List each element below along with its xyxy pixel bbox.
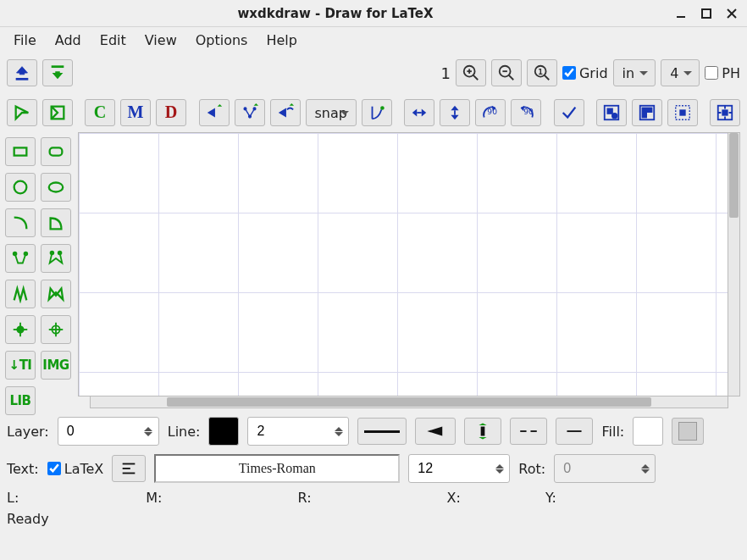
vertical-scrollbar[interactable] — [728, 132, 740, 396]
font-size-input[interactable] — [418, 461, 495, 476]
grid-unit-select[interactable]: in — [613, 59, 656, 86]
polyline-tool[interactable] — [5, 280, 36, 308]
svg-rect-40 — [50, 147, 63, 155]
toolbar-top: 1 1 Grid in 4 PH — [0, 53, 747, 93]
grid-subdiv-value: 4 — [670, 65, 678, 81]
line-width-input[interactable] — [257, 424, 335, 439]
flip-v-button[interactable] — [440, 99, 470, 126]
menu-options[interactable]: Options — [187, 29, 257, 52]
arc-tool[interactable] — [5, 208, 36, 237]
copy-button[interactable]: C — [85, 99, 115, 126]
rotate-cw-button[interactable]: 90 — [511, 99, 541, 126]
layer-spinbox[interactable] — [58, 417, 159, 446]
polygon-dots-tool[interactable] — [41, 244, 71, 273]
text-tool[interactable]: ↓TI — [5, 351, 36, 380]
svg-point-30 — [612, 114, 617, 119]
layer-up-button[interactable] — [7, 59, 37, 86]
arrow-start-button[interactable] — [415, 418, 456, 445]
svg-rect-32 — [642, 108, 646, 113]
dash-style-button[interactable] — [510, 418, 547, 445]
ellipse-tool[interactable] — [41, 173, 71, 202]
point-delete-button[interactable] — [270, 99, 301, 126]
properties-button[interactable] — [554, 99, 584, 126]
latex-checkbox[interactable]: LaTeX — [47, 461, 104, 477]
delete-button[interactable]: D — [156, 99, 186, 126]
image-tool[interactable]: IMG — [41, 351, 71, 380]
move-button[interactable]: M — [120, 99, 151, 126]
select-region-button[interactable] — [42, 99, 73, 126]
fit-selection-button[interactable] — [710, 99, 740, 126]
property-panel: Layer: Line: Fill: Text: — [0, 408, 747, 486]
svg-rect-39 — [14, 147, 27, 155]
polygon-tool[interactable] — [41, 280, 71, 308]
menu-file[interactable]: File — [5, 29, 45, 52]
zoom-in-button[interactable] — [456, 59, 486, 86]
grid-checkbox[interactable]: Grid — [562, 65, 608, 81]
ph-checkbox-input[interactable] — [705, 66, 718, 80]
ungroup-button[interactable] — [632, 99, 662, 126]
point-move-button[interactable] — [199, 99, 230, 126]
menu-view[interactable]: View — [136, 29, 185, 52]
svg-rect-33 — [648, 108, 652, 113]
library-tool[interactable]: LIB — [5, 386, 36, 415]
grid-checkbox-input[interactable] — [562, 66, 576, 80]
drawing-canvas[interactable] — [78, 132, 728, 396]
fill-label: Fill: — [601, 424, 624, 440]
text-label: Text: — [7, 461, 39, 477]
line-width-spinbox[interactable] — [247, 417, 349, 446]
zoom-out-button[interactable] — [491, 59, 522, 86]
circle-tool[interactable] — [5, 173, 36, 202]
select-tool-button[interactable] — [7, 99, 37, 126]
ungroup-all-button[interactable] — [667, 99, 698, 126]
edit-size-button[interactable] — [362, 99, 392, 126]
svg-text:D: D — [165, 103, 178, 121]
rot-spinbox[interactable] — [554, 454, 656, 483]
close-button[interactable] — [723, 5, 740, 22]
status-coords: L: M: R: X: Y: — [0, 486, 747, 509]
line-style-button[interactable] — [357, 418, 407, 445]
flip-h-button[interactable] — [404, 99, 434, 126]
fill-color-button[interactable] — [633, 417, 663, 446]
zoom-reset-button[interactable]: 1 — [527, 59, 557, 86]
menu-edit[interactable]: Edit — [91, 29, 135, 52]
svg-text:C: C — [94, 103, 107, 121]
roundrect-tool[interactable] — [41, 137, 71, 166]
minimize-button[interactable] — [672, 5, 689, 22]
group-button[interactable] — [596, 99, 627, 126]
font-size-spinbox[interactable] — [408, 454, 510, 483]
titlebar: wxdkdraw - Draw for LaTeX — [0, 0, 747, 27]
svg-text:M: M — [128, 103, 144, 121]
rot-input[interactable] — [563, 461, 641, 476]
font-name-field[interactable]: Times-Roman — [154, 454, 400, 483]
svg-point-49 — [17, 326, 23, 332]
rect-tool[interactable] — [5, 137, 36, 166]
svg-point-42 — [49, 183, 64, 192]
grid-label: Grid — [579, 65, 608, 81]
rotate-ccw-button[interactable]: 90 — [475, 99, 506, 126]
status-ready: Ready — [0, 509, 747, 529]
latex-checkbox-input[interactable] — [47, 462, 61, 475]
maximize-button[interactable] — [698, 5, 715, 22]
point-tool[interactable] — [5, 315, 36, 344]
svg-point-41 — [14, 181, 27, 194]
cap-style-button[interactable] — [556, 418, 593, 445]
layer-down-button[interactable] — [42, 59, 73, 86]
ph-checkbox[interactable]: PH — [705, 65, 740, 81]
snap-select[interactable]: snap — [306, 99, 357, 126]
text-align-button[interactable] — [112, 455, 146, 482]
status-m: M: — [146, 490, 162, 506]
fill-pattern-button[interactable] — [672, 418, 704, 445]
grid-subdiv-select[interactable]: 4 — [661, 59, 700, 86]
tool-palette: ↓TI IMG LIB — [0, 132, 78, 396]
menu-help[interactable]: Help — [257, 29, 305, 52]
horizontal-scrollbar[interactable] — [90, 396, 728, 408]
line-color-button[interactable] — [208, 417, 239, 446]
menu-add[interactable]: Add — [47, 29, 90, 52]
arrow-end-button[interactable] — [464, 418, 501, 445]
menubar: File Add Edit View Options Help — [0, 27, 747, 53]
polyline-dots-tool[interactable] — [5, 244, 36, 273]
layer-input[interactable] — [67, 424, 145, 439]
pie-tool[interactable] — [41, 208, 71, 237]
point-add-button[interactable] — [235, 99, 265, 126]
crosshair-tool[interactable] — [41, 315, 71, 344]
